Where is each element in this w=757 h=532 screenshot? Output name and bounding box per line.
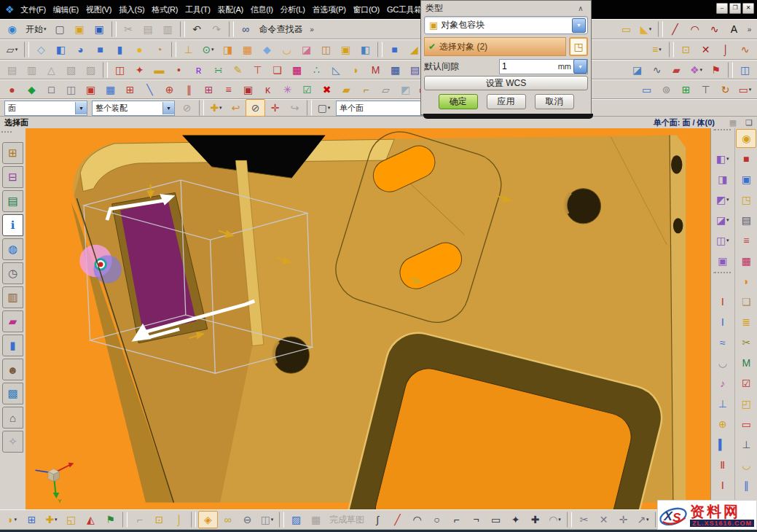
tab-part-navigator[interactable]: ▤ xyxy=(2,190,23,212)
wave-frame-icon[interactable]: ▣ xyxy=(713,251,733,270)
delete-icon[interactable]: ✖ xyxy=(317,81,337,98)
copy-icon[interactable]: ▤ xyxy=(138,20,158,38)
note-cube-icon[interactable]: ❏ xyxy=(267,61,287,79)
start-button[interactable]: 开始 xyxy=(22,20,50,38)
target-circle-icon[interactable]: ⊕ xyxy=(713,415,733,434)
menu-edit[interactable]: 编辑(E) xyxy=(50,2,82,17)
fade-icon[interactable]: ◩ xyxy=(396,81,415,98)
chevron-down-icon[interactable]: ▼ xyxy=(75,102,87,114)
emboss-icon[interactable]: ◆ xyxy=(257,41,277,58)
open-folder-icon[interactable]: ▣ xyxy=(70,20,90,38)
sketch-icon[interactable]: ▱ xyxy=(2,41,22,58)
stud-icon[interactable]: ▍ xyxy=(713,435,733,454)
marquee-icon[interactable]: ▢ xyxy=(314,99,334,117)
nx-logo-icon[interactable]: ◉ xyxy=(2,20,22,38)
boxed-square-icon[interactable]: ▣ xyxy=(238,81,258,98)
plus-grid-icon[interactable]: ⊞ xyxy=(199,81,219,98)
paste-icon[interactable]: ▥ xyxy=(158,20,178,38)
mw-mesh-surface-icon[interactable]: ▦ xyxy=(736,251,756,270)
fillet-tool-icon[interactable]: ⌐ xyxy=(447,511,466,528)
line-tool-icon[interactable]: ╱ xyxy=(388,511,407,528)
wave-edit-icon[interactable]: ◪ xyxy=(713,211,733,230)
corner-tool-icon[interactable]: ¬ xyxy=(466,511,486,528)
list-check-icon[interactable]: • xyxy=(169,61,189,79)
rotate-icon[interactable]: ↻ xyxy=(715,81,735,98)
calculator-icon[interactable]: ▦ xyxy=(385,61,405,79)
gem-box-icon[interactable]: ◈ xyxy=(198,511,218,528)
i-beam-icon[interactable]: Ⅰ xyxy=(713,476,733,495)
menu-file[interactable]: 文件(F) xyxy=(17,2,50,17)
menu-information[interactable]: 信息(I) xyxy=(247,2,277,17)
menu-assemblies[interactable]: 装配(A) xyxy=(214,2,247,17)
graphics-window[interactable]: Y xyxy=(26,128,710,509)
wave-measure-icon[interactable]: ◫ xyxy=(713,231,733,250)
ok-button[interactable]: 确定 xyxy=(439,94,478,109)
gold-blob-icon[interactable]: ◗ xyxy=(346,61,366,79)
arc-curve-icon[interactable]: ◠ xyxy=(685,20,705,38)
redo-icon[interactable]: ↷ xyxy=(207,20,227,38)
highlight-star-icon[interactable]: ✚ xyxy=(206,99,226,117)
undo-icon[interactable]: ↶ xyxy=(187,20,207,38)
gap-input[interactable] xyxy=(500,61,539,71)
layers-icon[interactable]: ≡ xyxy=(647,41,667,58)
flag-surface-icon[interactable]: ⚑ xyxy=(706,61,726,79)
mw-red-cube-icon[interactable]: ■ xyxy=(736,149,756,168)
add-component-icon[interactable]: ✚ xyxy=(42,511,61,528)
rect-tool-icon[interactable]: ▭ xyxy=(486,511,506,528)
ruled-icon[interactable]: ▰ xyxy=(667,61,686,79)
circle-tool-icon[interactable]: ○ xyxy=(427,511,447,528)
wave-copy-icon[interactable]: ◩ xyxy=(713,190,733,209)
through-curves-icon[interactable]: ∿ xyxy=(647,61,667,79)
boss-icon[interactable]: ⊥ xyxy=(179,41,198,58)
tab-browser[interactable]: ◍ xyxy=(2,238,23,260)
rainbow-layers-icon[interactable]: ≡ xyxy=(219,81,238,98)
wave-linker-icon[interactable]: ◧ xyxy=(713,149,733,168)
split-view-icon[interactable]: ◫ xyxy=(61,81,81,98)
mw-dashed-box-icon[interactable]: ▭ xyxy=(736,415,756,434)
point-tool-icon[interactable]: ✚ xyxy=(525,511,545,528)
revolve-icon[interactable]: ◕ xyxy=(71,41,90,58)
curve-hook-icon[interactable]: ⌡ xyxy=(715,41,735,58)
measure-angle-icon[interactable]: ◣ xyxy=(636,20,656,38)
make-corner-icon[interactable]: ✛ xyxy=(613,511,633,528)
synchronous-icon[interactable]: ⊡ xyxy=(676,41,696,58)
mw-stamp-icon[interactable]: ❏ xyxy=(736,292,756,311)
folder-plus-icon[interactable]: ▰ xyxy=(337,81,356,98)
measure-body-icon[interactable]: ◫ xyxy=(110,61,130,79)
tab-visualization[interactable]: ▰ xyxy=(2,310,23,332)
radius-check-icon[interactable]: ʀ xyxy=(189,61,208,79)
hole-icon[interactable]: ⊙ xyxy=(198,41,218,58)
mw-trim-icon[interactable]: ✂ xyxy=(736,333,756,352)
unite-icon[interactable]: ◧ xyxy=(356,41,375,58)
close-button[interactable]: ✕ xyxy=(742,3,754,14)
tab-touch[interactable]: ▮ xyxy=(2,335,23,356)
target-icon[interactable]: ⊕ xyxy=(160,81,179,98)
mw-stack-icon[interactable]: ≣ xyxy=(736,313,756,332)
measure-distance-icon[interactable]: ▭ xyxy=(616,20,636,38)
toolbar-overflow[interactable]: » xyxy=(744,20,755,38)
mw-window-icon[interactable]: ▤ xyxy=(736,211,756,230)
pocket-icon[interactable]: ◨ xyxy=(218,41,238,58)
restore-button[interactable]: ❐ xyxy=(729,3,741,14)
move-cross-icon[interactable]: ✛ xyxy=(265,99,285,117)
menu-gc-toolbox[interactable]: GC工具箱 xyxy=(383,2,425,17)
cylinder-icon[interactable]: ▮ xyxy=(110,41,130,58)
sketch-fillet-icon[interactable]: ↗ xyxy=(633,511,653,528)
viewport-canvas[interactable]: Y xyxy=(26,128,710,509)
expand-icon[interactable]: ❏ xyxy=(741,117,757,128)
assembly-blob-icon[interactable]: ◗ xyxy=(2,511,22,528)
tab-template[interactable]: ✧ xyxy=(2,431,23,453)
dim-colored-icon[interactable]: Ⅰ xyxy=(713,313,733,332)
frame-select-icon[interactable]: ▭ xyxy=(735,81,755,98)
chain-link-icon[interactable]: ∞ xyxy=(218,511,238,528)
distance-check-icon[interactable]: ∺ xyxy=(208,61,228,79)
arc-tool-icon[interactable]: ◠ xyxy=(407,511,427,528)
menu-insert[interactable]: 插入(S) xyxy=(115,2,148,17)
broom-icon[interactable]: ⌐ xyxy=(356,81,376,98)
tab-history[interactable]: ◷ xyxy=(2,262,23,284)
cube-icon[interactable]: □ xyxy=(42,81,61,98)
constrain-icon[interactable]: ⚑ xyxy=(101,511,120,528)
flower-icon[interactable]: ✳ xyxy=(278,81,297,98)
dim-vertical-icon[interactable]: Ⅰ xyxy=(713,292,733,311)
component-cubes-icon[interactable]: ⊞ xyxy=(22,511,42,528)
